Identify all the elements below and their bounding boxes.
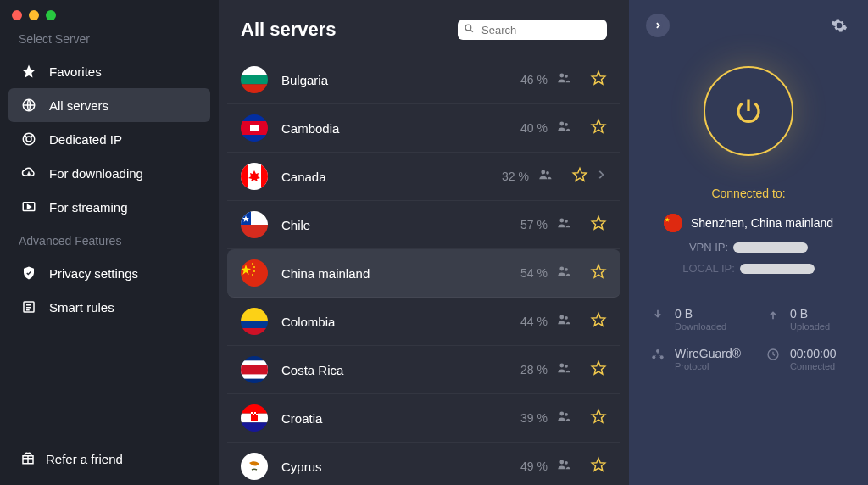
server-row[interactable]: China mainland 54 % (227, 249, 620, 298)
server-load: 54 % (520, 266, 548, 280)
sidebar: Select Server Favorites All servers Dedi… (0, 0, 219, 485)
svg-rect-28 (241, 259, 268, 287)
shield-icon (20, 265, 37, 282)
server-row[interactable]: Cambodia 40 % (227, 104, 620, 153)
sidebar-section-label: Select Server (0, 29, 219, 54)
protocol-sublabel: Protocol (675, 361, 741, 371)
sidebar-item-smart-rules[interactable]: Smart rules (0, 290, 219, 324)
minimize-window-button[interactable] (29, 10, 39, 20)
main-column: All servers Bulgaria 46 % Cambodia 40 % … (219, 0, 629, 485)
favorite-star-button[interactable] (590, 118, 607, 138)
svg-point-26 (559, 219, 564, 223)
people-icon (556, 264, 571, 282)
favorite-star-button[interactable] (590, 311, 607, 332)
collapse-panel-button[interactable] (646, 14, 670, 37)
svg-point-30 (253, 266, 255, 268)
connection-panel: Connected to: Shenzhen, China mainland V… (629, 0, 868, 485)
time-value: 00:00:00 (790, 347, 837, 360)
people-icon (556, 119, 571, 137)
dedicated-ip-icon (20, 131, 37, 148)
stat-time: 00:00:00 Connected (766, 347, 846, 371)
people-icon (556, 360, 571, 379)
svg-rect-19 (241, 163, 248, 190)
server-load: 46 % (520, 73, 548, 86)
server-name: China mainland (281, 266, 520, 281)
svg-point-27 (565, 220, 568, 223)
server-row[interactable]: Cyprus 49 % (227, 443, 620, 485)
svg-point-58 (653, 20, 663, 31)
server-row[interactable]: Chile 57 % (227, 201, 620, 249)
search-input[interactable] (458, 20, 607, 40)
server-row[interactable]: Costa Rica 28 % (227, 346, 620, 394)
server-row[interactable]: Croatia 39 % (227, 394, 620, 443)
favorite-star-button[interactable] (571, 166, 588, 187)
svg-point-10 (559, 74, 564, 78)
svg-point-6 (465, 25, 471, 31)
stat-uploaded: 0 B Uploaded (766, 307, 846, 332)
sidebar-item-dedicated-ip[interactable]: Dedicated IP (0, 122, 219, 156)
sidebar-item-label: All servers (49, 98, 108, 113)
download-value: 0 B (675, 307, 726, 321)
protocol-icon (651, 347, 666, 365)
server-list[interactable]: Bulgaria 46 % Cambodia 40 % Canada 32 % … (219, 56, 629, 485)
star-icon (20, 63, 37, 80)
svg-point-21 (541, 170, 545, 175)
svg-point-29 (252, 263, 253, 265)
connection-location-text: Shenzhen, China mainland (691, 216, 833, 230)
flag-icon (241, 66, 268, 93)
svg-rect-20 (261, 163, 268, 190)
favorite-star-button[interactable] (590, 408, 607, 428)
server-row[interactable]: Canada 32 % (227, 153, 620, 201)
flag-icon (241, 114, 268, 142)
flag-icon (241, 163, 268, 190)
svg-rect-59 (664, 214, 682, 232)
settings-button[interactable] (827, 14, 851, 37)
server-load: 40 % (520, 121, 548, 135)
local-ip-label: LOCAL IP: (682, 262, 735, 275)
svg-point-54 (565, 413, 568, 416)
svg-rect-14 (241, 135, 268, 142)
svg-point-33 (559, 267, 564, 271)
svg-point-17 (565, 123, 568, 126)
server-name: Cyprus (281, 460, 520, 474)
server-load: 28 % (520, 363, 548, 376)
server-row[interactable]: Colombia 44 % (227, 298, 620, 346)
maximize-window-button[interactable] (46, 10, 56, 20)
svg-rect-15 (250, 125, 259, 131)
favorite-star-button[interactable] (590, 360, 607, 380)
svg-point-56 (559, 460, 564, 465)
flag-icon (241, 308, 268, 335)
svg-point-44 (565, 365, 568, 368)
favorite-star-button[interactable] (590, 263, 607, 283)
flag-icon (241, 259, 268, 287)
flag-icon (241, 453, 268, 480)
svg-point-2 (26, 137, 31, 142)
chevron-right-icon[interactable] (595, 169, 607, 184)
favorite-star-button[interactable] (590, 456, 607, 477)
server-load: 32 % (502, 170, 529, 183)
main-header: All servers (219, 0, 629, 56)
upload-arrow-icon (766, 307, 782, 325)
sidebar-item-favorites[interactable]: Favorites (0, 54, 219, 88)
sidebar-item-label: Favorites (49, 64, 102, 79)
sidebar-item-streaming[interactable]: For streaming (0, 190, 219, 224)
people-icon (556, 70, 571, 89)
favorite-star-button[interactable] (590, 215, 607, 235)
power-button[interactable] (704, 66, 793, 156)
cloud-download-icon (20, 164, 37, 181)
svg-rect-42 (241, 365, 268, 375)
close-window-button[interactable] (12, 10, 22, 20)
sidebar-item-all-servers[interactable]: All servers (8, 88, 210, 122)
sidebar-item-privacy[interactable]: Privacy settings (0, 256, 219, 290)
svg-point-32 (252, 274, 253, 276)
server-row[interactable]: Bulgaria 46 % (227, 56, 620, 104)
svg-rect-52 (256, 414, 258, 415)
upload-sublabel: Uploaded (790, 321, 830, 332)
favorite-star-button[interactable] (590, 70, 607, 90)
svg-point-11 (565, 75, 568, 78)
search-icon (464, 22, 475, 37)
sidebar-item-downloading[interactable]: For downloading (0, 156, 219, 190)
refer-a-friend-button[interactable]: Refer a friend (0, 437, 219, 485)
flag-icon (241, 404, 268, 432)
svg-point-43 (559, 364, 564, 368)
